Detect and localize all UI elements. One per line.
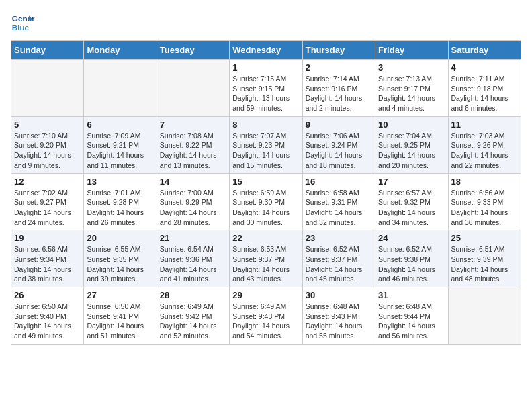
day-number: 13 xyxy=(87,177,153,187)
day-number: 31 xyxy=(378,290,445,300)
day-info: Sunrise: 7:03 AM Sunset: 9:26 PM Dayligh… xyxy=(451,131,518,171)
weekday-header-sunday: Sunday xyxy=(11,41,84,60)
day-info: Sunrise: 6:56 AM Sunset: 9:33 PM Dayligh… xyxy=(451,188,518,228)
day-number: 15 xyxy=(232,177,299,187)
calendar-cell xyxy=(448,287,521,345)
week-row-4: 19Sunrise: 6:56 AM Sunset: 9:34 PM Dayli… xyxy=(11,230,521,287)
calendar-cell: 4Sunrise: 7:11 AM Sunset: 9:18 PM Daylig… xyxy=(448,60,521,117)
day-info: Sunrise: 7:14 AM Sunset: 9:16 PM Dayligh… xyxy=(306,74,372,113)
calendar-cell: 6Sunrise: 7:09 AM Sunset: 9:21 PM Daylig… xyxy=(84,116,157,173)
day-info: Sunrise: 6:57 AM Sunset: 9:32 PM Dayligh… xyxy=(378,188,445,228)
day-info: Sunrise: 6:51 AM Sunset: 9:39 PM Dayligh… xyxy=(451,244,518,284)
day-number: 27 xyxy=(87,290,153,300)
day-number: 18 xyxy=(451,177,518,187)
day-info: Sunrise: 7:06 AM Sunset: 9:24 PM Dayligh… xyxy=(306,131,372,171)
day-number: 14 xyxy=(160,177,226,187)
calendar-cell: 8Sunrise: 7:07 AM Sunset: 9:23 PM Daylig… xyxy=(230,116,302,173)
day-number: 6 xyxy=(87,120,153,130)
calendar-cell: 24Sunrise: 6:52 AM Sunset: 9:38 PM Dayli… xyxy=(375,230,448,287)
day-number: 21 xyxy=(160,233,226,243)
day-info: Sunrise: 7:02 AM Sunset: 9:27 PM Dayligh… xyxy=(14,188,81,228)
day-number: 12 xyxy=(14,177,81,187)
day-number: 10 xyxy=(378,120,445,130)
day-number: 1 xyxy=(232,62,299,73)
weekday-header-wednesday: Wednesday xyxy=(230,41,302,60)
calendar-cell: 20Sunrise: 6:55 AM Sunset: 9:35 PM Dayli… xyxy=(84,230,157,287)
day-info: Sunrise: 6:48 AM Sunset: 9:43 PM Dayligh… xyxy=(306,302,372,341)
weekday-header-thursday: Thursday xyxy=(302,41,375,60)
day-info: Sunrise: 7:13 AM Sunset: 9:17 PM Dayligh… xyxy=(378,74,445,113)
weekday-header-saturday: Saturday xyxy=(448,41,521,60)
day-info: Sunrise: 6:53 AM Sunset: 9:37 PM Dayligh… xyxy=(232,244,299,284)
day-number: 19 xyxy=(14,233,81,243)
logo: General Blue xyxy=(11,11,35,35)
day-number: 9 xyxy=(306,120,372,130)
day-number: 20 xyxy=(87,233,153,243)
day-info: Sunrise: 7:15 AM Sunset: 9:15 PM Dayligh… xyxy=(232,74,299,113)
day-info: Sunrise: 6:55 AM Sunset: 9:35 PM Dayligh… xyxy=(87,244,153,284)
calendar-cell xyxy=(84,60,157,117)
calendar-cell: 21Sunrise: 6:54 AM Sunset: 9:36 PM Dayli… xyxy=(157,230,229,287)
calendar-cell xyxy=(11,60,84,117)
calendar-cell: 1Sunrise: 7:15 AM Sunset: 9:15 PM Daylig… xyxy=(230,60,302,117)
calendar-cell: 25Sunrise: 6:51 AM Sunset: 9:39 PM Dayli… xyxy=(448,230,521,287)
svg-text:Blue: Blue xyxy=(12,23,30,32)
calendar-cell: 2Sunrise: 7:14 AM Sunset: 9:16 PM Daylig… xyxy=(302,60,375,117)
day-number: 25 xyxy=(451,233,518,243)
day-info: Sunrise: 7:04 AM Sunset: 9:25 PM Dayligh… xyxy=(378,131,445,171)
day-info: Sunrise: 6:58 AM Sunset: 9:31 PM Dayligh… xyxy=(306,188,372,228)
day-number: 23 xyxy=(306,233,372,243)
week-row-3: 12Sunrise: 7:02 AM Sunset: 9:27 PM Dayli… xyxy=(11,173,521,230)
day-info: Sunrise: 6:52 AM Sunset: 9:37 PM Dayligh… xyxy=(306,244,372,284)
day-info: Sunrise: 7:00 AM Sunset: 9:29 PM Dayligh… xyxy=(160,188,226,228)
calendar-cell: 10Sunrise: 7:04 AM Sunset: 9:25 PM Dayli… xyxy=(375,116,448,173)
calendar-cell: 18Sunrise: 6:56 AM Sunset: 9:33 PM Dayli… xyxy=(448,173,521,230)
day-number: 3 xyxy=(378,62,445,73)
calendar-cell: 7Sunrise: 7:08 AM Sunset: 9:22 PM Daylig… xyxy=(157,116,229,173)
day-info: Sunrise: 6:50 AM Sunset: 9:41 PM Dayligh… xyxy=(87,302,153,341)
day-info: Sunrise: 7:11 AM Sunset: 9:18 PM Dayligh… xyxy=(451,74,518,113)
day-info: Sunrise: 6:52 AM Sunset: 9:38 PM Dayligh… xyxy=(378,244,445,284)
day-number: 28 xyxy=(160,290,226,300)
calendar-cell: 17Sunrise: 6:57 AM Sunset: 9:32 PM Dayli… xyxy=(375,173,448,230)
day-info: Sunrise: 6:54 AM Sunset: 9:36 PM Dayligh… xyxy=(160,244,226,284)
logo-icon: General Blue xyxy=(11,11,35,35)
week-row-5: 26Sunrise: 6:50 AM Sunset: 9:40 PM Dayli… xyxy=(11,287,521,345)
header: General Blue xyxy=(11,11,521,35)
calendar-cell: 30Sunrise: 6:48 AM Sunset: 9:43 PM Dayli… xyxy=(302,287,375,345)
day-number: 4 xyxy=(451,62,518,73)
day-info: Sunrise: 7:10 AM Sunset: 9:20 PM Dayligh… xyxy=(14,131,81,171)
calendar-cell: 13Sunrise: 7:01 AM Sunset: 9:28 PM Dayli… xyxy=(84,173,157,230)
day-info: Sunrise: 7:09 AM Sunset: 9:21 PM Dayligh… xyxy=(87,131,153,171)
day-number: 30 xyxy=(306,290,372,300)
day-info: Sunrise: 7:08 AM Sunset: 9:22 PM Dayligh… xyxy=(160,131,226,171)
calendar-cell: 26Sunrise: 6:50 AM Sunset: 9:40 PM Dayli… xyxy=(11,287,84,345)
calendar-cell: 5Sunrise: 7:10 AM Sunset: 9:20 PM Daylig… xyxy=(11,116,84,173)
calendar-cell: 11Sunrise: 7:03 AM Sunset: 9:26 PM Dayli… xyxy=(448,116,521,173)
calendar-cell: 22Sunrise: 6:53 AM Sunset: 9:37 PM Dayli… xyxy=(230,230,302,287)
calendar-cell: 14Sunrise: 7:00 AM Sunset: 9:29 PM Dayli… xyxy=(157,173,229,230)
day-number: 17 xyxy=(378,177,445,187)
calendar-cell: 15Sunrise: 6:59 AM Sunset: 9:30 PM Dayli… xyxy=(230,173,302,230)
calendar-cell: 12Sunrise: 7:02 AM Sunset: 9:27 PM Dayli… xyxy=(11,173,84,230)
calendar-cell: 28Sunrise: 6:49 AM Sunset: 9:42 PM Dayli… xyxy=(157,287,229,345)
week-row-2: 5Sunrise: 7:10 AM Sunset: 9:20 PM Daylig… xyxy=(11,116,521,173)
day-number: 26 xyxy=(14,290,81,300)
calendar-cell: 27Sunrise: 6:50 AM Sunset: 9:41 PM Dayli… xyxy=(84,287,157,345)
weekday-header-friday: Friday xyxy=(375,41,448,60)
day-number: 5 xyxy=(14,120,81,130)
day-number: 16 xyxy=(306,177,372,187)
day-number: 24 xyxy=(378,233,445,243)
calendar-cell: 9Sunrise: 7:06 AM Sunset: 9:24 PM Daylig… xyxy=(302,116,375,173)
calendar-cell: 19Sunrise: 6:56 AM Sunset: 9:34 PM Dayli… xyxy=(11,230,84,287)
day-info: Sunrise: 6:49 AM Sunset: 9:43 PM Dayligh… xyxy=(232,302,299,341)
day-info: Sunrise: 6:59 AM Sunset: 9:30 PM Dayligh… xyxy=(232,188,299,228)
weekday-header-row: SundayMondayTuesdayWednesdayThursdayFrid… xyxy=(11,41,521,60)
calendar-cell: 31Sunrise: 6:48 AM Sunset: 9:44 PM Dayli… xyxy=(375,287,448,345)
day-number: 22 xyxy=(232,233,299,243)
week-row-1: 1Sunrise: 7:15 AM Sunset: 9:15 PM Daylig… xyxy=(11,60,521,117)
calendar-cell: 23Sunrise: 6:52 AM Sunset: 9:37 PM Dayli… xyxy=(302,230,375,287)
day-info: Sunrise: 6:49 AM Sunset: 9:42 PM Dayligh… xyxy=(160,302,226,341)
day-number: 29 xyxy=(232,290,299,300)
calendar-cell xyxy=(157,60,229,117)
